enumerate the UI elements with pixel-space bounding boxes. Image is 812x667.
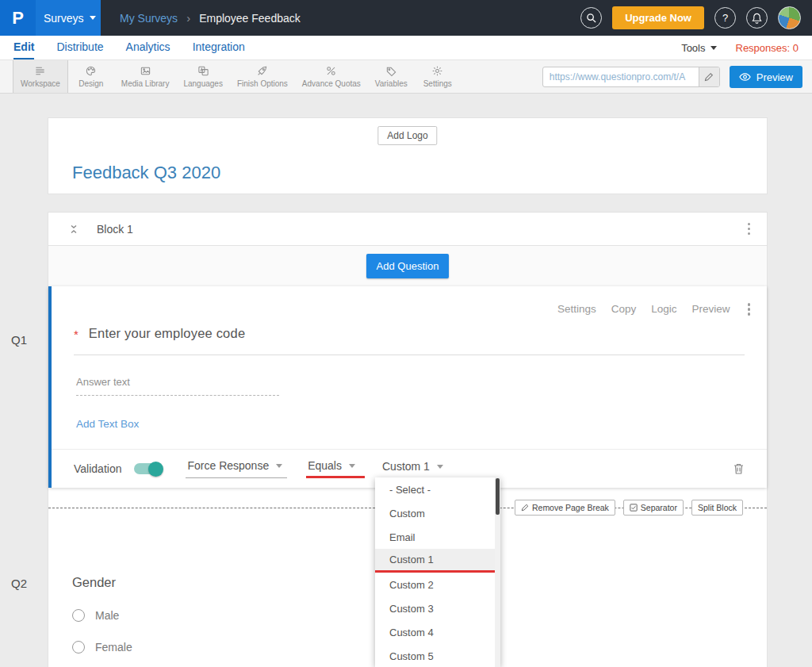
upgrade-button[interactable]: Upgrade Now <box>612 6 704 29</box>
editor-toolbar: Workspace Design Media Library Languages… <box>0 60 812 94</box>
trash-icon <box>733 462 745 475</box>
split-block-button[interactable]: Split Block <box>691 500 743 516</box>
questionpro-logo: P <box>0 0 36 36</box>
breadcrumb-current-survey: Employee Feedback <box>199 12 301 25</box>
chevron-down-icon <box>710 46 717 50</box>
question-preview-link[interactable]: Preview <box>691 303 730 315</box>
question-logic-link[interactable]: Logic <box>651 303 676 315</box>
toolbar-item-finish-options[interactable]: Finish Options <box>230 60 295 93</box>
pencil-icon <box>521 504 529 512</box>
notifications-button[interactable] <box>746 7 768 29</box>
survey-url-input[interactable] <box>543 71 699 82</box>
question-text[interactable]: Enter your employee code <box>89 326 245 341</box>
dropdown-option-custom1[interactable]: Custom 1 <box>375 549 500 573</box>
toolbar-item-workspace[interactable]: Workspace <box>13 60 68 93</box>
force-response-value: Force Response <box>187 459 269 472</box>
toolbar-item-languages[interactable]: Languages <box>176 60 230 93</box>
product-menu-label: Surveys <box>44 12 84 25</box>
split-block-label: Split Block <box>698 503 737 512</box>
chevron-down-icon <box>349 464 355 468</box>
remove-page-break-label: Remove Page Break <box>532 503 609 512</box>
toolbar-item-label: Media Library <box>121 79 170 88</box>
tab-edit[interactable]: Edit <box>13 36 34 59</box>
tabbar-right: Tools Responses: 0 <box>681 36 799 59</box>
dropdown-option-custom5[interactable]: Custom 5 <box>375 644 500 667</box>
question-title-row: * Enter your employee code <box>74 326 745 355</box>
add-question-strip: Add Question <box>48 246 767 286</box>
breadcrumb-my-surveys[interactable]: My Surveys <box>120 12 178 25</box>
toolbar-item-settings[interactable]: Settings <box>415 60 461 93</box>
dropdown-option-custom[interactable]: Custom <box>375 501 500 525</box>
add-question-button[interactable]: Add Question <box>366 254 450 278</box>
question-1-gutter-label: Q1 <box>11 333 27 347</box>
toolbar-item-design[interactable]: Design <box>68 60 114 93</box>
toolbar-right: Preview <box>542 60 802 94</box>
scrollbar-thumb[interactable] <box>496 478 500 515</box>
toolbar-item-label: Design <box>79 79 103 88</box>
radio-button[interactable] <box>72 641 85 654</box>
search-button[interactable] <box>580 7 602 29</box>
validation-toggle[interactable] <box>134 463 162 474</box>
operator-dropdown[interactable]: Equals <box>306 459 365 478</box>
help-button[interactable]: ? <box>714 7 736 29</box>
block-title: Block 1 <box>97 223 133 236</box>
toolbar-item-variables[interactable]: Variables <box>368 60 415 93</box>
preview-label: Preview <box>756 71 793 83</box>
bell-icon <box>752 13 762 24</box>
workspace-icon <box>34 65 46 77</box>
custom-value: Custom 1 <box>382 460 430 473</box>
tab-analytics[interactable]: Analytics <box>126 36 170 59</box>
toolbar-item-label: Finish Options <box>237 79 288 88</box>
questionpro-survey-editor: P Surveys My Surveys › Employee Feedback… <box>0 0 812 667</box>
answer-option-male: Male <box>72 609 119 622</box>
dropdown-option-email[interactable]: Email <box>375 525 500 549</box>
dropdown-option-custom3[interactable]: Custom 3 <box>375 596 500 620</box>
block-menu-button[interactable] <box>745 220 753 238</box>
custom-value-dropdown[interactable]: Custom 1 <box>382 460 443 477</box>
dropdown-option-custom2[interactable]: Custom 2 <box>375 573 500 596</box>
variables-icon <box>385 65 397 77</box>
operator-value: Equals <box>308 459 342 472</box>
dropdown-scrollbar[interactable] <box>495 477 500 667</box>
force-response-dropdown[interactable]: Force Response <box>186 459 287 478</box>
design-icon <box>85 65 97 77</box>
languages-icon <box>197 65 209 77</box>
question-copy-link[interactable]: Copy <box>611 303 637 315</box>
collapse-icon <box>69 224 79 235</box>
toolbar-item-label: Settings <box>423 79 452 88</box>
pencil-icon <box>704 72 714 82</box>
advance-quotas-icon <box>325 65 337 77</box>
question-settings-link[interactable]: Settings <box>557 303 596 315</box>
tab-distribute[interactable]: Distribute <box>56 36 103 59</box>
validation-label: Validation <box>74 462 121 475</box>
collapse-block-button[interactable] <box>69 224 79 235</box>
tools-menu[interactable]: Tools <box>681 42 716 54</box>
edit-url-button[interactable] <box>699 67 719 87</box>
toolbar-item-label: Advance Quotas <box>302 79 361 88</box>
responses-count[interactable]: Responses: 0 <box>736 42 799 54</box>
survey-title[interactable]: Feedback Q3 2020 <box>72 163 220 183</box>
dropdown-option-custom4[interactable]: Custom 4 <box>375 620 500 644</box>
dropdown-option-select[interactable]: - Select - <box>375 477 500 501</box>
avatar[interactable] <box>778 6 801 29</box>
add-text-box-link[interactable]: Add Text Box <box>76 418 139 430</box>
toolbar-item-advance-quotas[interactable]: Advance Quotas <box>295 60 368 93</box>
separator-button[interactable]: Separator <box>623 500 684 516</box>
topbar: P Surveys My Surveys › Employee Feedback… <box>0 0 812 36</box>
remove-page-break-button[interactable]: Remove Page Break <box>515 500 615 516</box>
answer-text-field[interactable]: Answer text <box>76 376 279 396</box>
option-label[interactable]: Male <box>95 609 119 622</box>
radio-button[interactable] <box>72 609 85 622</box>
product-switcher[interactable]: P Surveys <box>0 0 101 36</box>
question-menu-button[interactable] <box>745 301 753 318</box>
tab-integration[interactable]: Integration <box>193 36 245 59</box>
breadcrumb-separator: › <box>186 11 190 25</box>
question-2-text[interactable]: Gender <box>72 575 116 590</box>
preview-button[interactable]: Preview <box>730 66 802 88</box>
toolbar-item-media-library[interactable]: Media Library <box>114 60 177 93</box>
option-label[interactable]: Female <box>95 641 132 654</box>
logo-letter: P <box>12 8 24 29</box>
delete-validation-button[interactable] <box>733 462 745 475</box>
question-2-gutter-label: Q2 <box>11 577 27 590</box>
add-logo-button[interactable]: Add Logo <box>377 126 437 145</box>
